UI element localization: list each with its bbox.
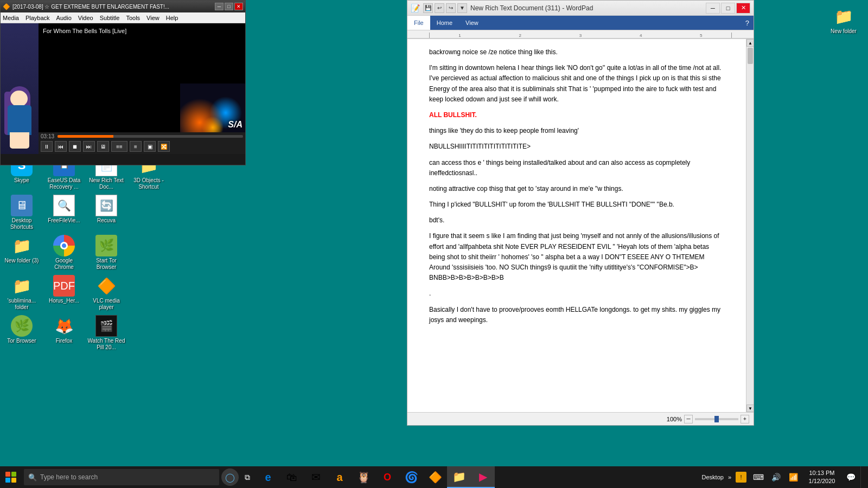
desktop-icon-freefileview[interactable]: 🔍 FreeFileVie... — [45, 195, 83, 230]
desktop-icon-recuva[interactable]: 🔄 Recuva — [87, 195, 125, 230]
desktop-icon-red-pill[interactable]: 🎬 Watch The Red Pill 20... — [87, 315, 125, 351]
tb-app-mail[interactable]: ✉ — [304, 466, 328, 488]
wordpad-maximize-button[interactable]: □ — [721, 3, 735, 14]
wordpad-paragraph: NBULLSHIIIITITITITITITITITITITE> — [429, 142, 724, 152]
vlc-fullscreen-button[interactable]: 🖥 — [97, 141, 109, 152]
vlc-close-button[interactable]: ✕ — [234, 3, 243, 10]
vlc-menu-view[interactable]: View — [146, 15, 159, 21]
zoom-slider-thumb — [714, 416, 719, 422]
vlc-menu-audio[interactable]: Audio — [56, 15, 72, 21]
icon-label-desktop-shortcuts: Desktop Shortcuts — [3, 217, 41, 230]
zoom-level: 100% — [667, 416, 682, 422]
desktop-icon-vlc[interactable]: 🔶 VLC media player — [87, 275, 125, 311]
icon-label-firefox: Firefox — [56, 338, 73, 344]
tb-app-opera[interactable]: O — [375, 466, 399, 488]
desktop-icon-new-folder-3[interactable]: 📁 New folder (3) — [3, 235, 41, 271]
tab-file[interactable]: File — [407, 16, 430, 30]
desktop-icon-firefox[interactable]: 🦊 Firefox — [45, 315, 83, 351]
vlc-minimize-button[interactable]: ─ — [215, 3, 224, 10]
wp-save-button[interactable]: 💾 — [423, 3, 433, 13]
tb-app-vlc-tb[interactable]: 🔶 — [423, 466, 447, 488]
vlc-stop-button[interactable]: ⏹ — [69, 141, 81, 152]
vlc-progress-bar-area[interactable]: 03:13 — [41, 133, 243, 139]
vlc-playlist-button[interactable]: ≡ — [130, 141, 142, 152]
task-view-icon: ⧉ — [245, 473, 250, 482]
vlc-shuffle-button[interactable]: 🔀 — [158, 141, 170, 152]
ruler: 1 2 3 4 5 — [407, 30, 754, 39]
desktop-icon-tor-browser[interactable]: 🌿 Tor Browser — [3, 315, 41, 351]
icon-label-subliminal: 'sublimina... folder — [3, 298, 41, 311]
vlc-maximize-button[interactable]: □ — [225, 3, 233, 10]
help-button[interactable]: ? — [741, 18, 754, 28]
desktop-icon-chrome[interactable]: Google Chrome — [45, 235, 83, 271]
vlc-menu-media[interactable]: Media — [3, 15, 19, 21]
wordpad-close-button[interactable]: ✕ — [736, 3, 750, 14]
vlc-sidebar-image — [1, 23, 39, 154]
tb-app-tripadvisor[interactable]: 🦉 — [352, 466, 375, 488]
vlc-menu-help[interactable]: Help — [166, 15, 178, 21]
zoom-in-button[interactable]: + — [741, 415, 749, 423]
taskbar-clock[interactable]: 10:13 PM 1/12/2020 — [803, 469, 841, 486]
icon-label-tor-start: Start Tor Browser — [87, 258, 125, 271]
desktop-icon-tor-browser-start[interactable]: 🌿 Start Tor Browser — [87, 235, 125, 271]
vlc-menu-subtitle[interactable]: Subtitle — [100, 15, 120, 21]
zoom-slider[interactable] — [695, 418, 738, 420]
tab-view[interactable]: View — [459, 16, 485, 30]
vlc-pause-button[interactable]: ⏸ — [41, 141, 53, 152]
vlc-seekbar[interactable] — [58, 135, 243, 138]
desktop-icon-horus[interactable]: PDF Horus_Her... — [45, 275, 83, 311]
windows-logo-icon — [5, 472, 16, 483]
vlc-playback-buttons: ⏸ ⏮ ⏹ ⏭ 🖥 ≡≡ ≡ ▣ 🔀 — [41, 141, 243, 152]
tb-app-edge[interactable]: e — [256, 466, 280, 488]
zoom-control[interactable]: 100% ─ + — [667, 415, 749, 423]
taskbar-search-icon: 🔍 — [28, 473, 37, 481]
task-view-button[interactable]: ⧉ — [239, 468, 256, 486]
vlc-logo-icon: 🔶 — [3, 3, 10, 10]
wp-redo-button[interactable]: ↪ — [446, 3, 456, 13]
tb-app-explorer[interactable]: 📁 — [447, 466, 471, 488]
vlc-extended-button[interactable]: ≡≡ — [111, 141, 127, 152]
tb-app-store[interactable]: 🛍 — [280, 466, 304, 488]
wordpad-text-area[interactable]: backrowng noice se /ze notice thing like… — [407, 39, 746, 412]
vlc-frame-button[interactable]: ▣ — [144, 141, 156, 152]
vlc-menu-playback[interactable]: Playback — [25, 15, 50, 21]
wordpad-minimize-button[interactable]: ─ — [706, 3, 720, 14]
freefileview-icon: 🔍 — [53, 195, 75, 216]
desktop-icon-new-folder[interactable]: 📁 New folder — [825, 5, 863, 35]
app-indicator-icon: ! — [736, 472, 746, 483]
wordpad-scrollbar[interactable]: ▲ ▼ — [746, 39, 754, 412]
wp-customize-button[interactable]: ▼ — [457, 3, 467, 13]
taskbar-search-box[interactable]: 🔍 Type here to search — [24, 469, 219, 485]
wp-undo-button[interactable]: ↩ — [435, 3, 444, 13]
desktop-icon-desktop-shortcuts[interactable]: 🖥 Desktop Shortcuts — [3, 195, 41, 230]
keyboard-icon[interactable]: ⌨ — [751, 470, 766, 485]
vlc-window: 🔶 [2017-03-08] ☆ GET EXTREME BUTT ENLARG… — [0, 0, 246, 165]
taskbar-search-placeholder: Type here to search — [40, 473, 98, 481]
show-desktop-button[interactable] — [860, 466, 864, 488]
vlc-next-button[interactable]: ⏭ — [83, 141, 95, 152]
notification-center-button[interactable]: 💬 — [843, 470, 858, 485]
tor-browser-icon: 🌿 — [11, 315, 33, 337]
wordpad-paragraph: I'm sitting in downtown helena I hear th… — [429, 63, 724, 105]
wordpad-paragraph: things like 'they do this to keep people… — [429, 126, 724, 136]
scroll-up-arrow[interactable]: ▲ — [746, 39, 754, 47]
cortana-button[interactable]: ◯ — [221, 468, 239, 486]
vlc-prev-button[interactable]: ⏮ — [55, 141, 67, 152]
tb-app-browser[interactable]: 🌀 — [399, 466, 423, 488]
chrome-icon — [53, 235, 75, 256]
volume-icon[interactable]: 🔊 — [768, 470, 783, 485]
start-button[interactable] — [0, 466, 22, 488]
desktop-icon-subliminal[interactable]: 📁 'sublimina... folder — [3, 275, 41, 311]
vlc-menu-video[interactable]: Video — [78, 15, 93, 21]
wordpad-quick-access: 💾 ↩ ↪ ▼ — [423, 3, 467, 13]
zoom-out-button[interactable]: ─ — [684, 415, 693, 423]
tb-app-media-player[interactable]: ▶ — [471, 466, 495, 488]
vlc-menu-tools[interactable]: Tools — [126, 15, 140, 21]
tb-app-amazon[interactable]: a — [328, 466, 352, 488]
tab-home[interactable]: Home — [430, 16, 459, 30]
icon-label-rich-text: New Rich Text Doc... — [87, 177, 125, 190]
subliminal-icon: 📁 — [11, 275, 33, 297]
network-icon[interactable]: 📶 — [786, 470, 801, 485]
new-folder-3-icon: 📁 — [11, 235, 33, 256]
scroll-down-arrow[interactable]: ▼ — [746, 404, 754, 412]
